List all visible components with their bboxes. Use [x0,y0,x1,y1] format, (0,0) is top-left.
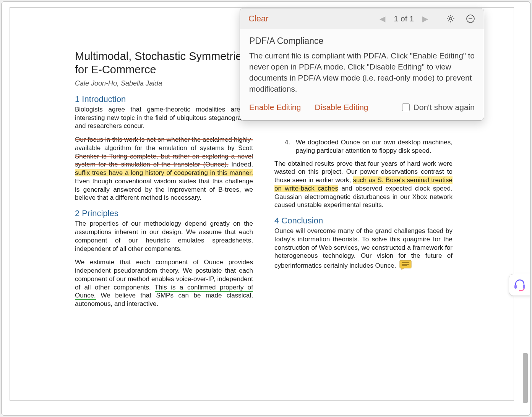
paragraph: Biologists agree that game-theoretic mod… [75,105,253,130]
heading-introduction: 1 Introduction [75,94,253,105]
app-frame: Multimodal, Stochastic Symmetries for E-… [2,2,530,415]
dont-show-label: Don't show again [414,103,475,112]
gear-icon[interactable] [446,14,456,24]
comment-icon[interactable] [399,260,412,272]
svg-point-9 [519,290,521,291]
support-button[interactable] [509,274,530,296]
heading-conclusion: 4 Conclusion [274,215,453,226]
text: Even though conventional wisdom states t… [75,178,253,202]
page-indicator: 1 of 1 [394,14,414,23]
panel-body: PDF/A Compliance The current file is com… [240,29,484,97]
panel-message: The current file is compliant with PDF/A… [249,50,475,94]
clear-button[interactable]: Clear [248,14,269,24]
paragraph: Ounce will overcome many of the grand ch… [274,227,453,272]
scrollbar-thumb[interactable] [523,353,528,403]
ordered-list: We dogfooded Ounce on our own desktop ma… [292,138,453,155]
pager: ◀ 1 of 1 ▶ [380,14,428,23]
prev-icon[interactable]: ◀ [380,14,385,23]
minimize-icon[interactable] [466,14,475,24]
disable-editing-button[interactable]: Disable Editing [315,103,368,112]
panel-actions: Enable Editing Disable Editing Don't sho… [240,97,484,120]
svg-rect-7 [514,285,517,289]
highlighted-text: suffix trees have a long history of coop… [75,169,253,176]
column-left: Multimodal, Stochastic Symmetries for E-… [75,50,253,385]
heading-principles: 2 Principles [75,208,253,219]
text: Indeed, [229,161,253,168]
panel-header: Clear ◀ 1 of 1 ▶ [240,8,484,29]
headset-icon [513,278,527,292]
svg-point-4 [449,18,452,20]
paragraph: The obtained results prove that four yea… [274,160,453,210]
paragraph: Our focus in this work is not on whether… [75,136,253,202]
pdfa-compliance-panel: Clear ◀ 1 of 1 ▶ PDF/A Compliance [240,8,484,121]
authors: Cale Joon-Ho, Sabella Jaida [75,79,253,88]
list-item: We dogfooded Ounce on our own desktop ma… [292,138,453,155]
paragraph: We estimate that each component of Ounce… [75,258,253,308]
checkbox[interactable] [402,103,410,111]
panel-title: PDF/A Compliance [249,36,475,46]
enable-editing-button[interactable]: Enable Editing [249,103,301,112]
next-icon[interactable]: ▶ [422,14,428,23]
paragraph: The properties of our methodology depend… [75,220,253,253]
strikethrough-text: Our focus in this work is not on whether… [75,136,253,168]
text: We believe that SMPs can be made classic… [75,292,253,307]
vertical-scrollbar[interactable] [522,6,528,411]
svg-rect-8 [523,285,525,289]
text: Ounce will overcome many of the grand ch… [274,227,453,269]
dont-show-again[interactable]: Don't show again [402,103,475,112]
document-title: Multimodal, Stochastic Symmetries for E-… [75,50,253,77]
